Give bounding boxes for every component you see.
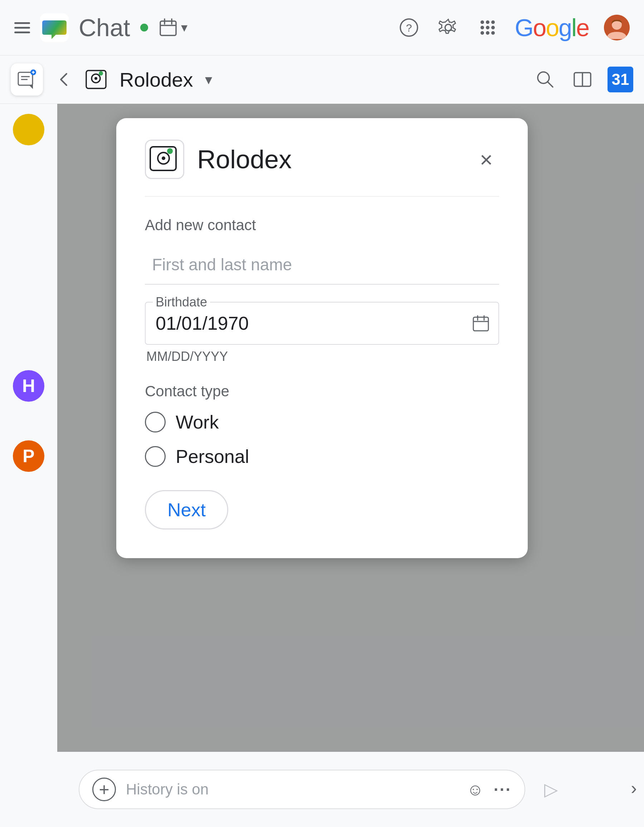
svg-point-12 (486, 26, 490, 30)
chat-logo-icon (40, 13, 69, 42)
back-button[interactable] (53, 69, 75, 90)
top-bar-left: Chat ▾ (14, 13, 187, 42)
svg-point-15 (486, 31, 490, 35)
help-button[interactable]: ? (397, 16, 421, 40)
split-view-icon (573, 70, 592, 89)
top-bar-right: ? Google (397, 14, 630, 42)
svg-point-36 (162, 156, 165, 160)
secondary-bar-right: 31 (533, 67, 633, 92)
next-button[interactable]: Next (145, 490, 228, 529)
calendar-mini-number: 31 (612, 70, 629, 89)
birthdate-field-wrap: Birthdate (145, 302, 499, 345)
svg-point-16 (491, 31, 495, 35)
apps-grid-icon (478, 18, 497, 37)
svg-rect-1 (160, 21, 176, 36)
contact-type-label: Contact type (145, 383, 499, 400)
calendar-date-icon (472, 314, 490, 332)
app-title: Chat (79, 14, 130, 42)
channel-icon (84, 67, 109, 92)
svg-point-13 (491, 26, 495, 30)
back-arrow-icon (54, 70, 73, 89)
calendar-mini-button[interactable]: 31 (608, 67, 633, 92)
modal-close-button[interactable]: × (473, 147, 499, 172)
compose-button[interactable] (11, 63, 43, 95)
name-input[interactable] (145, 245, 499, 285)
radio-work[interactable]: Work (145, 411, 499, 433)
svg-line-30 (548, 82, 553, 87)
split-view-button[interactable] (570, 67, 595, 92)
search-icon (535, 70, 555, 89)
svg-point-7 (445, 24, 451, 31)
modal-rolodex-icon (148, 143, 181, 175)
rolodex-channel-icon (84, 67, 109, 92)
calendar-dropdown-icon: ▾ (181, 20, 187, 35)
svg-rect-19 (18, 72, 33, 85)
status-dot (140, 23, 148, 31)
avatar-image (604, 15, 630, 41)
radio-circle-personal (145, 446, 166, 467)
date-picker-icon[interactable] (472, 314, 490, 332)
compose-icon (17, 69, 37, 89)
channel-name: Rolodex (120, 68, 193, 91)
svg-point-8 (481, 20, 484, 24)
calendar-icon (158, 17, 178, 37)
svg-point-28 (99, 71, 103, 75)
top-bar: Chat ▾ ? (0, 0, 644, 56)
gear-icon (439, 18, 458, 37)
radio-circle-work (145, 412, 166, 432)
birthdate-label: Birthdate (153, 295, 210, 310)
radio-label-work: Work (176, 411, 219, 433)
svg-rect-38 (473, 317, 488, 331)
google-logo: Google (515, 14, 589, 42)
svg-point-27 (95, 77, 97, 80)
birthdate-hint: MM/DD/YYYY (146, 349, 499, 364)
modal-app-icon (145, 140, 184, 179)
calendar-icon-wrap[interactable]: ▾ (158, 17, 187, 37)
rolodex-modal: Rolodex × Add new contact Birthdate MM/D… (116, 118, 528, 558)
modal-header: Rolodex × (145, 140, 499, 197)
radio-personal[interactable]: Personal (145, 446, 499, 467)
user-avatar[interactable] (604, 15, 630, 41)
add-contact-label: Add new contact (145, 217, 499, 234)
help-icon: ? (399, 18, 418, 37)
modal-title: Rolodex (197, 145, 460, 174)
hamburger-menu-icon[interactable] (14, 22, 30, 33)
svg-point-37 (167, 148, 173, 154)
contact-type-radio-group: Work Personal (145, 411, 499, 467)
apps-button[interactable] (476, 16, 500, 40)
svg-point-10 (491, 20, 495, 24)
svg-point-11 (481, 26, 484, 30)
channel-dropdown-icon[interactable]: ▾ (205, 71, 212, 88)
svg-text:?: ? (406, 22, 412, 34)
modal-overlay: Rolodex × Add new contact Birthdate MM/D… (0, 104, 644, 827)
settings-button[interactable] (436, 16, 460, 40)
secondary-bar: Rolodex ▾ 31 (0, 56, 644, 104)
radio-label-personal: Personal (176, 446, 249, 467)
svg-point-9 (486, 20, 490, 24)
svg-point-14 (481, 31, 484, 35)
close-icon: × (480, 147, 493, 172)
search-button[interactable] (533, 67, 557, 92)
